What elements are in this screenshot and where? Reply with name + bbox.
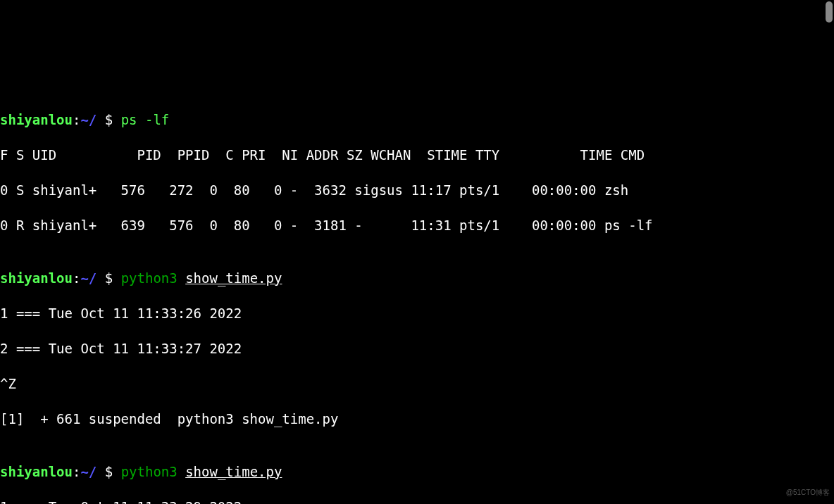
output-line: [1] + 661 suspended python3 show_time.py <box>0 410 834 428</box>
watermark-text: @51CTO博客 <box>786 484 830 501</box>
prompt-line: shiyanlou:~/ $ ps -lf <box>0 111 834 129</box>
prompt-line: shiyanlou:~/ $ python3 show_time.py <box>0 270 834 287</box>
prompt-dollar: $ <box>105 270 121 286</box>
prompt-user: shiyanlou <box>0 464 73 479</box>
prompt-path: ~/ <box>80 464 97 479</box>
prompt-dollar: $ <box>105 112 121 127</box>
prompt-path: ~/ <box>80 270 97 286</box>
command-python: python3 <box>121 270 178 286</box>
command-arg: show_time.py <box>185 464 282 479</box>
prompt-path: ~/ <box>80 112 97 127</box>
prompt-user: shiyanlou <box>0 112 73 127</box>
command-text: ps -lf <box>121 112 170 127</box>
prompt-dollar: $ <box>105 464 121 479</box>
ps-row: 0 S shiyanl+ 576 272 0 80 0 - 3632 sigsu… <box>0 182 834 199</box>
command-python: python3 <box>121 464 178 479</box>
output-line: ^Z <box>0 375 834 393</box>
output-line: 2 === Tue Oct 11 11:33:27 2022 <box>0 340 834 358</box>
scrollbar[interactable] <box>826 1 833 23</box>
command-arg: show_time.py <box>185 270 282 286</box>
ps-header: F S UID PID PPID C PRI NI ADDR SZ WCHAN … <box>0 146 834 164</box>
output-line: 1 === Tue Oct 11 11:33:26 2022 <box>0 305 834 322</box>
terminal[interactable]: shiyanlou:~/ $ ps -lf F S UID PID PPID C… <box>0 70 834 504</box>
prompt-user: shiyanlou <box>0 270 73 286</box>
ps-row: 0 R shiyanl+ 639 576 0 80 0 - 3181 - 11:… <box>0 217 834 234</box>
prompt-line: shiyanlou:~/ $ python3 show_time.py <box>0 463 834 481</box>
output-line: 1 === Tue Oct 11 11:33:29 2022 <box>0 498 834 504</box>
